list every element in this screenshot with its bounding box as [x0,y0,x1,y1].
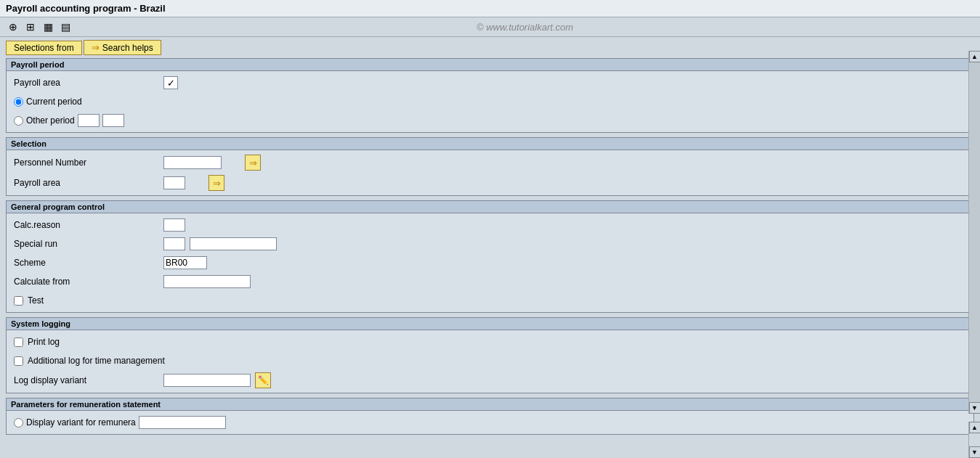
scroll-up-btn[interactable]: ▲ [969,51,981,62]
display-variant-radio[interactable] [14,418,23,428]
toolbar-icon-2[interactable]: ⊞ [23,20,38,34]
other-period-row: Other period [14,113,966,128]
general-program-control-section: General program control Calc.reason Spec… [6,200,974,313]
current-period-radio[interactable] [14,97,23,107]
current-period-label: Current period [26,97,82,107]
scroll-bottom-down-btn[interactable]: ▼ [969,446,981,458]
calculate-from-label: Calculate from [14,277,159,287]
parameters-remuneration-body: Display variant for remunera [7,411,973,434]
scrollbar-right: ▲ ▼ [968,51,980,414]
special-run-row: Special run [14,237,966,251]
toolbar: ⊕ ⊞ ▦ ▤ © www.tutorialkart.com [0,17,980,37]
calculate-from-row: Calculate from [14,274,966,289]
other-period-input-2[interactable] [102,114,124,127]
toolbar-icon-4[interactable]: ▤ [58,20,73,34]
scheme-row: Scheme BR00 [14,255,966,270]
test-checkbox[interactable] [14,296,23,306]
search-helps-arrow-icon: ⇒ [92,42,100,53]
calc-reason-row: Calc.reason [14,218,966,232]
additional-log-label: Additional log for time management [28,356,165,366]
system-logging-header: System logging [7,318,973,330]
special-run-input-1[interactable] [163,237,185,250]
search-helps-label: Search helps [102,43,153,53]
system-logging-body: Print log Additional log for time manage… [7,330,973,393]
scroll-bottom-up-btn[interactable]: ▲ [969,422,981,433]
payroll-area-row: Payroll area ✓ [14,75,966,90]
special-run-label: Special run [14,239,159,249]
parameters-remuneration-section: Parameters for remuneration statement Di… [6,398,974,435]
scroll-down-btn[interactable]: ▼ [969,402,981,414]
other-period-radio[interactable] [14,116,23,126]
special-run-input-2[interactable] [190,237,277,250]
test-label: Test [28,295,44,306]
selections-from-label: Selections from [14,43,74,53]
app-title: Payroll accounting program - Brazil [6,3,166,14]
print-log-label: Print log [28,337,60,347]
display-variant-label: Display variant for remunera [26,417,136,428]
display-variant-row: Display variant for remunera [14,415,966,430]
print-log-checkbox[interactable] [14,338,23,347]
additional-log-row: Additional log for time management [14,353,966,368]
toolbar-icon-1[interactable]: ⊕ [6,20,20,34]
selection-payroll-area-arrow-btn[interactable]: ⇒ [208,175,224,191]
payroll-period-section: Payroll period Payroll area ✓ Current pe… [6,58,974,133]
current-period-row: Current period [14,94,966,109]
parameters-remuneration-header: Parameters for remuneration statement [7,398,973,411]
calc-reason-input[interactable] [163,218,185,232]
selection-section: Selection Personnel Number ⇒ Payroll are… [6,137,974,196]
display-variant-input[interactable] [139,416,226,429]
log-display-variant-row: Log display variant ✏️ [14,372,966,388]
selection-payroll-area-row: Payroll area ⇒ [14,175,966,191]
search-helps-tab[interactable]: ⇒ Search helps [84,40,161,55]
log-display-variant-label: Log display variant [14,375,159,385]
selections-from-tab[interactable]: Selections from [6,41,82,55]
personnel-number-label: Personnel Number [14,158,159,168]
payroll-area-check[interactable]: ✓ [163,76,178,89]
test-row: Test [14,293,966,308]
selection-body: Personnel Number ⇒ Payroll area ⇒ [7,150,973,195]
log-display-variant-edit-btn[interactable]: ✏️ [255,372,271,388]
scheme-label: Scheme [14,258,159,268]
personnel-number-row: Personnel Number ⇒ [14,155,966,171]
payroll-period-body: Payroll area ✓ Current period Other peri… [7,71,973,132]
selection-payroll-area-label: Payroll area [14,178,159,188]
log-display-variant-input[interactable] [163,374,251,387]
personnel-number-arrow-btn[interactable]: ⇒ [245,155,261,171]
other-period-input-1[interactable] [78,114,100,127]
general-program-control-header: General program control [7,201,973,213]
scrollbar-track[interactable] [969,62,981,402]
calc-reason-label: Calc.reason [14,220,159,230]
selection-header: Selection [7,138,973,150]
tab-area: Selections from ⇒ Search helps [0,37,980,58]
selection-payroll-area-input[interactable] [163,176,185,189]
payroll-area-label: Payroll area [14,78,159,88]
calculate-from-input[interactable] [163,275,251,288]
scheme-input[interactable]: BR00 [163,256,207,269]
personnel-number-input[interactable] [163,156,222,169]
additional-log-checkbox[interactable] [14,356,23,366]
print-log-row: Print log [14,335,966,349]
system-logging-section: System logging Print log Additional log … [6,317,974,393]
main-content: Payroll period Payroll area ✓ Current pe… [0,58,980,443]
title-bar: Payroll accounting program - Brazil [0,0,980,17]
other-period-label: Other period [26,115,75,126]
toolbar-icon-3[interactable]: ▦ [41,20,55,34]
watermark: © www.tutorialkart.com [76,22,974,33]
scroll-bottom: ▲ ▼ [968,422,980,458]
general-program-control-body: Calc.reason Special run Scheme BR00 Calc… [7,213,973,312]
payroll-period-header: Payroll period [7,59,973,71]
